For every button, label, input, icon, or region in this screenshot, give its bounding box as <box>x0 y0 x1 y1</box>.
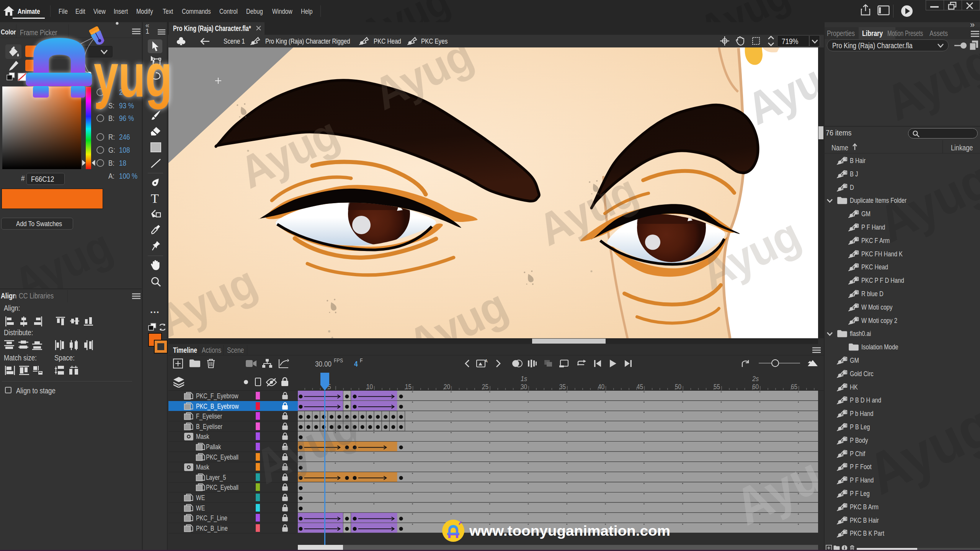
svg-text:A: A <box>485 359 488 363</box>
svg-text:www.toonyuganimation.com: www.toonyuganimation.com <box>469 523 670 539</box>
svg-text:yug: yug <box>94 41 172 109</box>
